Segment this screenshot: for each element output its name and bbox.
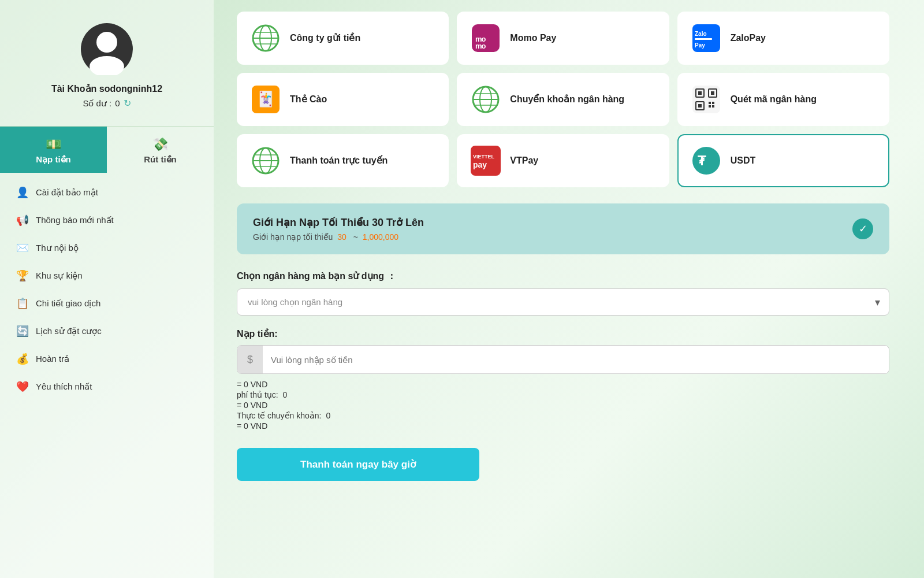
calc-line1: = 0 VND — [237, 380, 889, 389]
svg-text:mo: mo — [475, 42, 486, 50]
username: Tài Khoản sodongninh12 — [51, 83, 162, 94]
zalopay-label: ZaloPay — [731, 32, 766, 45]
favorites-label: Yêu thích nhất — [36, 381, 92, 392]
svg-text:VIETTEL: VIETTEL — [473, 154, 495, 160]
svg-text:pay: pay — [473, 160, 487, 169]
limit-max: 1,000,000 — [363, 232, 398, 242]
sidebar-item-favorites[interactable]: ❤️ Yêu thích nhất — [0, 373, 214, 401]
svg-rect-27 — [698, 104, 702, 108]
svg-rect-12 — [695, 38, 712, 40]
the-cao-label: Thẻ Cào — [290, 94, 327, 106]
favorites-icon: ❤️ — [16, 380, 29, 393]
thanh-toan-icon — [251, 146, 281, 176]
refresh-icon[interactable]: ↻ — [124, 98, 131, 109]
calc-line3: = 0 VND — [237, 421, 889, 431]
thanh-toan-label: Thanh toán trực tuyến — [290, 155, 388, 167]
amount-input[interactable] — [263, 348, 889, 372]
cong-ty-icon — [251, 23, 281, 53]
rut-tien-icon: 💸 — [152, 137, 168, 152]
svg-rect-29 — [712, 102, 714, 104]
transfer-val: 0 — [326, 411, 330, 420]
svg-text:Zalo: Zalo — [695, 31, 707, 37]
avatar — [81, 23, 133, 75]
svg-point-0 — [96, 32, 117, 53]
svg-rect-28 — [709, 102, 711, 104]
svg-rect-30 — [709, 105, 711, 108]
zalopay-icon: Zalo Pay — [691, 23, 721, 53]
vtpay-icon: VIETTEL pay — [471, 146, 501, 176]
tab-nap-label: Nạp tiền — [36, 154, 71, 165]
notification-label: Thông báo mới nhất — [36, 215, 114, 225]
payment-thanh-toan[interactable]: Thanh toán trực tuyến — [237, 134, 449, 187]
svg-rect-23 — [698, 91, 702, 95]
pay-button[interactable]: Thanh toán ngay bây giờ — [237, 448, 479, 481]
tab-nap-tien[interactable]: 💵 Nạp tiền — [0, 127, 107, 173]
limit-min: 30 — [337, 232, 346, 242]
payment-vtpay[interactable]: VIETTEL pay VTPay — [457, 134, 669, 187]
transactions-icon: 📋 — [16, 297, 29, 310]
nap-tien-icon: 💵 — [46, 137, 61, 152]
payment-momo[interactable]: mo mo Momo Pay — [457, 12, 669, 65]
balance-label: Số dư : — [83, 98, 111, 109]
transactions-label: Chi tiết giao dịch — [36, 298, 100, 309]
amount-input-wrap: $ — [237, 345, 889, 374]
notification-icon: 📢 — [16, 214, 29, 227]
chuyen-khoan-icon — [471, 84, 501, 114]
vtpay-label: VTPay — [510, 155, 538, 167]
the-cao-icon: 🃏 — [251, 84, 281, 114]
history-label: Lịch sử đặt cược — [36, 326, 102, 336]
tab-rut-tien[interactable]: 💸 Rút tiền — [107, 127, 214, 173]
svg-text:₮: ₮ — [698, 154, 706, 168]
quet-ma-icon — [691, 84, 721, 114]
cong-ty-label: Công ty gửi tiền — [290, 32, 360, 45]
svg-rect-21 — [692, 86, 720, 113]
events-icon: 🏆 — [16, 269, 29, 282]
check-icon: ✓ — [852, 218, 873, 239]
refund-label: Hoàn trả — [36, 354, 69, 364]
payment-chuyen-khoan[interactable]: Chuyển khoản ngân hàng — [457, 73, 669, 126]
refund-icon: 💰 — [16, 353, 29, 365]
form-section: Chọn ngân hàng mà bạn sử dụng ： vui lòng… — [237, 271, 889, 492]
balance-value: 0 — [115, 98, 120, 108]
calc-line2: = 0 VND — [237, 401, 889, 410]
momo-icon: mo mo — [471, 23, 501, 53]
payment-quet-ma[interactable]: Quét mã ngân hàng — [677, 73, 889, 126]
sidebar-item-history[interactable]: 🔄 Lịch sử đặt cược — [0, 317, 214, 345]
sidebar-item-refund[interactable]: 💰 Hoàn trả — [0, 345, 214, 373]
calc-transfer: Thực tế chuyển khoản: 0 — [237, 411, 889, 420]
sidebar-item-security[interactable]: 👤 Cài đặt bảo mật — [0, 179, 214, 206]
payment-usdt[interactable]: ₮ USDT — [677, 134, 889, 187]
svg-text:Pay: Pay — [695, 42, 705, 49]
bank-select-label: Chọn ngân hàng mà bạn sử dụng ： — [237, 271, 889, 283]
payment-the-cao[interactable]: 🃏 Thẻ Cào — [237, 73, 449, 126]
svg-rect-31 — [712, 105, 714, 108]
limit-sep: ~ — [353, 232, 358, 242]
sidebar-item-notification[interactable]: 📢 Thông báo mới nhất — [0, 206, 214, 234]
svg-point-40 — [692, 147, 720, 175]
limit-title: Giới Hạn Nạp Tối Thiểu 30 Trở Lên — [253, 216, 424, 229]
inbox-icon: ✉️ — [16, 242, 29, 254]
svg-rect-25 — [711, 91, 714, 95]
svg-point-1 — [90, 56, 124, 75]
payment-zalopay[interactable]: Zalo Pay ZaloPay — [677, 12, 889, 65]
payment-cong-ty[interactable]: Công ty gửi tiền — [237, 12, 449, 65]
amount-label: Nạp tiền: — [237, 328, 889, 339]
history-icon: 🔄 — [16, 325, 29, 338]
momo-label: Momo Pay — [510, 32, 556, 45]
chuyen-khoan-label: Chuyển khoản ngân hàng — [510, 94, 624, 106]
sidebar-item-events[interactable]: 🏆 Khu sự kiện — [0, 262, 214, 290]
limit-box: Giới Hạn Nạp Tối Thiểu 30 Trở Lên Giới h… — [237, 203, 889, 254]
limit-sub-text: Giới hạn nạp tối thiểu — [253, 232, 333, 242]
bank-select[interactable]: vui lòng chọn ngân hàng — [237, 288, 889, 316]
balance-row: Số dư : 0 ↻ — [83, 98, 131, 109]
tab-rut-label: Rút tiền — [144, 154, 176, 165]
bank-select-wrap: vui lòng chọn ngân hàng ▾ — [237, 288, 889, 316]
usdt-label: USDT — [731, 155, 756, 167]
svg-text:🃏: 🃏 — [256, 90, 275, 108]
sidebar-item-transactions[interactable]: 📋 Chi tiết giao dịch — [0, 290, 214, 317]
main-content: Công ty gửi tiền mo mo Momo Pay Za — [214, 0, 924, 578]
sidebar-item-inbox[interactable]: ✉️ Thư nội bộ — [0, 234, 214, 262]
pay-button-label: Thanh toán ngay bây giờ — [300, 459, 416, 470]
fee-label: phí thủ tục: — [237, 390, 278, 399]
user-icon — [81, 23, 133, 75]
